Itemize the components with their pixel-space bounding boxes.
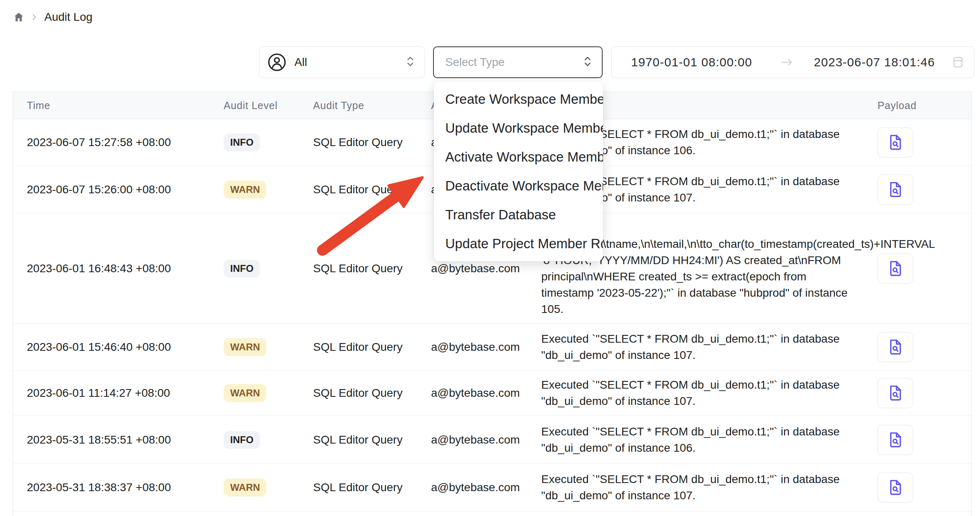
menu-item-activate-workspace-member[interactable]: Activate Workspace Member: [434, 142, 603, 171]
type-filter-select[interactable]: Select Type: [433, 46, 603, 78]
table-row: 2023-05-31 18:38:37 +08:00 WARN SQL Edit…: [13, 464, 971, 512]
chevron-right-icon: [30, 13, 39, 22]
cell-audit-type: SQL Editor Query: [313, 341, 431, 354]
person-icon: [268, 53, 286, 72]
payload-view-button[interactable]: [878, 254, 913, 284]
cell-comment: Executed `"SELECT * FROM db_ui_demo.t1;"…: [541, 471, 866, 504]
select-chevrons-icon: [583, 55, 592, 69]
select-chevrons-icon: [406, 55, 415, 69]
payload-view-button[interactable]: [878, 175, 913, 205]
cell-time: 2023-06-01 11:14:27 +08:00: [13, 387, 224, 400]
cell-time: 2023-06-01 16:48:43 +08:00: [13, 262, 224, 275]
page-title: Audit Log: [44, 11, 92, 24]
cell-time: 2023-06-07 15:27:58 +08:00: [13, 136, 224, 149]
cell-comment: Executed `"SELECT * FROM db_ui_demo.t1;"…: [541, 377, 866, 409]
cell-time: 2023-05-31 18:38:37 +08:00: [13, 481, 224, 494]
document-search-icon: [887, 260, 904, 278]
cell-time: 2023-05-31 18:55:51 +08:00: [13, 433, 224, 446]
col-header-audit-level: Audit Level: [224, 100, 313, 112]
calendar-icon: [952, 56, 964, 69]
type-select-dropdown: Create Workspace Member Update Workspace…: [434, 81, 603, 261]
status-badge: WARN: [224, 338, 266, 356]
date-range-start[interactable]: 1970-01-01 08:00:00: [631, 55, 752, 69]
document-search-icon: [887, 479, 904, 496]
status-badge: INFO: [224, 133, 260, 151]
menu-item-create-workspace-member[interactable]: Create Workspace Member: [434, 85, 603, 114]
table-row: 2023-06-01 11:14:27 +08:00 WARN SQL Edit…: [13, 371, 971, 416]
cell-time: 2023-06-07 15:26:00 +08:00: [13, 183, 224, 196]
cell-comment: Executed `"SELECT * FROM db_ui_demo.t1;"…: [541, 424, 866, 456]
status-badge: WARN: [224, 384, 266, 402]
date-range-end[interactable]: 2023-06-07 18:01:46: [814, 55, 935, 69]
table-row: 2023-06-01 15:46:40 +08:00 WARN SQL Edit…: [13, 324, 971, 371]
cell-audit-type: SQL Editor Query: [313, 262, 431, 275]
col-header-time: Time: [13, 100, 224, 112]
status-badge: INFO: [224, 260, 260, 278]
cell-actor: a@bytebase.com: [431, 341, 541, 354]
breadcrumb: Audit Log: [13, 11, 92, 24]
menu-item-update-project-member-role[interactable]: Update Project Member Role: [434, 229, 603, 258]
status-badge: WARN: [224, 181, 266, 199]
status-badge: WARN: [224, 479, 266, 496]
actor-filter-value: All: [294, 56, 307, 69]
actor-filter-select[interactable]: All: [259, 46, 425, 78]
cell-actor: a@bytebase.com: [431, 481, 541, 494]
cell-comment: Executed `"SELECT * FROM db_ui_demo.t1;"…: [541, 331, 866, 363]
menu-item-transfer-database[interactable]: Transfer Database: [434, 200, 603, 229]
home-icon[interactable]: [13, 11, 25, 23]
arrow-right-icon: [781, 58, 793, 67]
cell-audit-type: SQL Editor Query: [313, 183, 431, 196]
type-filter-placeholder: Select Type: [445, 56, 505, 69]
cell-audit-type: SQL Editor Query: [313, 136, 431, 149]
table-row: 2023-05-31 18:55:51 +08:00 INFO SQL Edit…: [13, 416, 971, 464]
document-search-icon: [887, 384, 904, 402]
date-range-picker[interactable]: 1970-01-01 08:00:00 2023-06-07 18:01:46: [611, 46, 974, 78]
status-badge: INFO: [224, 431, 260, 449]
payload-view-button[interactable]: [878, 127, 913, 157]
menu-item-deactivate-workspace-member[interactable]: Deactivate Workspace Member: [434, 171, 603, 200]
cell-actor: a@bytebase.com: [431, 262, 541, 275]
cell-audit-type: SQL Editor Query: [313, 433, 431, 446]
cell-time: 2023-06-01 15:46:40 +08:00: [13, 341, 224, 354]
payload-view-button[interactable]: [878, 378, 913, 408]
payload-view-button[interactable]: [878, 425, 913, 455]
col-header-payload: Payload: [866, 100, 971, 112]
cell-audit-type: SQL Editor Query: [313, 387, 431, 400]
document-search-icon: [887, 133, 904, 151]
payload-view-button[interactable]: [878, 332, 913, 362]
cell-actor: a@bytebase.com: [431, 387, 541, 400]
menu-item-update-workspace-member[interactable]: Update Workspace Member: [434, 114, 603, 142]
document-search-icon: [887, 338, 904, 356]
cell-audit-type: SQL Editor Query: [313, 481, 431, 494]
document-search-icon: [887, 181, 904, 199]
col-header-audit-type: Audit Type: [313, 100, 431, 112]
payload-view-button[interactable]: [878, 472, 913, 503]
document-search-icon: [887, 431, 904, 449]
cell-actor: a@bytebase.com: [431, 433, 541, 446]
